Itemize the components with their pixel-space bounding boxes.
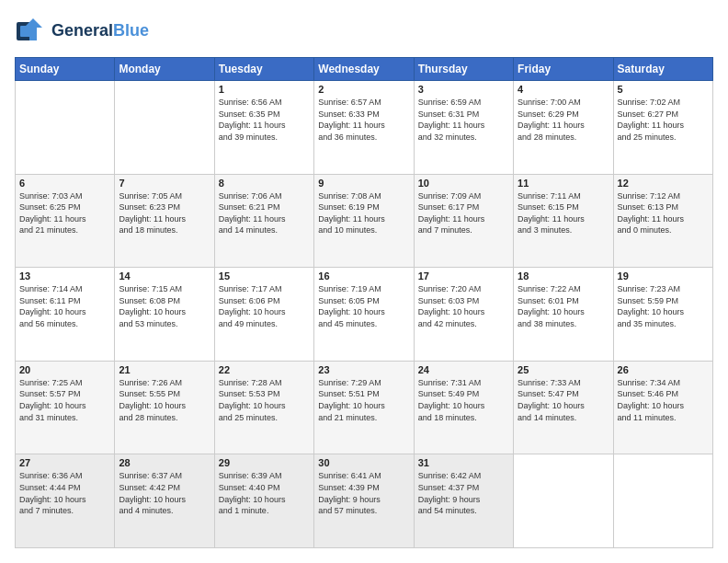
day-cell: 12Sunrise: 7:12 AM Sunset: 6:13 PM Dayli… xyxy=(613,174,712,268)
day-cell: 28Sunrise: 6:37 AM Sunset: 4:42 PM Dayli… xyxy=(115,454,214,548)
day-number: 12 xyxy=(618,178,709,189)
logo-text-line1: GeneralBlue xyxy=(51,22,149,40)
day-info: Sunrise: 7:31 AM Sunset: 5:49 PM Dayligh… xyxy=(418,377,509,423)
day-number: 19 xyxy=(618,270,709,282)
day-number: 9 xyxy=(318,178,409,189)
day-cell: 21Sunrise: 7:26 AM Sunset: 5:55 PM Dayli… xyxy=(115,361,214,454)
weekday-header-saturday: Saturday xyxy=(613,58,712,81)
weekday-header-wednesday: Wednesday xyxy=(314,58,414,81)
weekday-header-row: SundayMondayTuesdayWednesdayThursdayFrid… xyxy=(16,58,713,81)
day-number: 13 xyxy=(19,270,110,282)
day-cell: 25Sunrise: 7:33 AM Sunset: 5:47 PM Dayli… xyxy=(514,361,613,454)
day-info: Sunrise: 7:19 AM Sunset: 6:05 PM Dayligh… xyxy=(318,283,409,329)
day-cell: 13Sunrise: 7:14 AM Sunset: 6:11 PM Dayli… xyxy=(16,268,115,362)
logo: GeneralBlue xyxy=(15,15,149,48)
day-number: 26 xyxy=(618,364,709,375)
week-row-1: 1Sunrise: 6:56 AM Sunset: 6:35 PM Daylig… xyxy=(16,81,713,175)
day-number: 10 xyxy=(418,178,509,189)
header: GeneralBlue xyxy=(15,15,713,48)
day-number: 8 xyxy=(219,178,310,189)
calendar: SundayMondayTuesdayWednesdayThursdayFrid… xyxy=(15,57,713,548)
day-info: Sunrise: 6:41 AM Sunset: 4:39 PM Dayligh… xyxy=(318,470,409,516)
day-number: 1 xyxy=(219,84,310,95)
day-info: Sunrise: 7:23 AM Sunset: 5:59 PM Dayligh… xyxy=(618,283,709,329)
day-number: 24 xyxy=(418,364,509,375)
day-cell: 5Sunrise: 7:02 AM Sunset: 6:27 PM Daylig… xyxy=(613,81,712,175)
week-row-5: 27Sunrise: 6:36 AM Sunset: 4:44 PM Dayli… xyxy=(16,454,713,548)
day-number: 20 xyxy=(19,364,110,375)
day-cell: 14Sunrise: 7:15 AM Sunset: 6:08 PM Dayli… xyxy=(115,268,214,362)
day-number: 14 xyxy=(119,270,210,282)
day-number: 6 xyxy=(19,178,110,189)
day-number: 2 xyxy=(318,84,409,95)
day-cell: 9Sunrise: 7:08 AM Sunset: 6:19 PM Daylig… xyxy=(314,174,414,268)
day-cell: 3Sunrise: 6:59 AM Sunset: 6:31 PM Daylig… xyxy=(414,81,513,175)
day-info: Sunrise: 7:28 AM Sunset: 5:53 PM Dayligh… xyxy=(219,377,310,423)
day-cell: 31Sunrise: 6:42 AM Sunset: 4:37 PM Dayli… xyxy=(414,454,513,548)
day-number: 16 xyxy=(318,270,409,282)
day-cell: 26Sunrise: 7:34 AM Sunset: 5:46 PM Dayli… xyxy=(613,361,712,454)
day-cell: 30Sunrise: 6:41 AM Sunset: 4:39 PM Dayli… xyxy=(314,454,414,548)
day-cell: 18Sunrise: 7:22 AM Sunset: 6:01 PM Dayli… xyxy=(514,268,613,362)
day-number: 3 xyxy=(418,84,509,95)
week-row-4: 20Sunrise: 7:25 AM Sunset: 5:57 PM Dayli… xyxy=(16,361,713,454)
day-info: Sunrise: 7:09 AM Sunset: 6:17 PM Dayligh… xyxy=(418,190,509,236)
day-info: Sunrise: 7:11 AM Sunset: 6:15 PM Dayligh… xyxy=(518,190,609,236)
day-number: 7 xyxy=(119,178,210,189)
weekday-header-thursday: Thursday xyxy=(414,58,513,81)
day-info: Sunrise: 6:59 AM Sunset: 6:31 PM Dayligh… xyxy=(418,97,509,143)
day-number: 5 xyxy=(618,84,709,95)
day-cell: 1Sunrise: 6:56 AM Sunset: 6:35 PM Daylig… xyxy=(214,81,313,175)
day-number: 31 xyxy=(418,457,509,468)
day-cell: 2Sunrise: 6:57 AM Sunset: 6:33 PM Daylig… xyxy=(314,81,414,175)
day-info: Sunrise: 7:02 AM Sunset: 6:27 PM Dayligh… xyxy=(618,97,709,143)
day-cell: 16Sunrise: 7:19 AM Sunset: 6:05 PM Dayli… xyxy=(314,268,414,362)
day-cell: 4Sunrise: 7:00 AM Sunset: 6:29 PM Daylig… xyxy=(514,81,613,175)
day-info: Sunrise: 6:36 AM Sunset: 4:44 PM Dayligh… xyxy=(19,470,110,516)
day-cell xyxy=(115,81,214,175)
day-cell: 8Sunrise: 7:06 AM Sunset: 6:21 PM Daylig… xyxy=(214,174,313,268)
day-info: Sunrise: 7:33 AM Sunset: 5:47 PM Dayligh… xyxy=(518,377,609,423)
day-info: Sunrise: 7:29 AM Sunset: 5:51 PM Dayligh… xyxy=(318,377,409,423)
day-info: Sunrise: 6:57 AM Sunset: 6:33 PM Dayligh… xyxy=(318,97,409,143)
weekday-header-monday: Monday xyxy=(115,58,214,81)
day-cell: 27Sunrise: 6:36 AM Sunset: 4:44 PM Dayli… xyxy=(16,454,115,548)
day-info: Sunrise: 7:20 AM Sunset: 6:03 PM Dayligh… xyxy=(418,283,509,329)
day-cell: 11Sunrise: 7:11 AM Sunset: 6:15 PM Dayli… xyxy=(514,174,613,268)
day-info: Sunrise: 7:03 AM Sunset: 6:25 PM Dayligh… xyxy=(19,190,110,236)
day-number: 23 xyxy=(318,364,409,375)
day-number: 30 xyxy=(318,457,409,468)
day-number: 28 xyxy=(119,457,210,468)
day-cell: 17Sunrise: 7:20 AM Sunset: 6:03 PM Dayli… xyxy=(414,268,513,362)
day-cell: 20Sunrise: 7:25 AM Sunset: 5:57 PM Dayli… xyxy=(16,361,115,454)
day-number: 17 xyxy=(418,270,509,282)
day-cell: 15Sunrise: 7:17 AM Sunset: 6:06 PM Dayli… xyxy=(214,268,313,362)
day-info: Sunrise: 6:39 AM Sunset: 4:40 PM Dayligh… xyxy=(219,470,310,516)
day-info: Sunrise: 7:15 AM Sunset: 6:08 PM Dayligh… xyxy=(119,283,210,329)
day-cell: 24Sunrise: 7:31 AM Sunset: 5:49 PM Dayli… xyxy=(414,361,513,454)
day-cell: 29Sunrise: 6:39 AM Sunset: 4:40 PM Dayli… xyxy=(214,454,313,548)
day-number: 29 xyxy=(219,457,310,468)
day-info: Sunrise: 7:08 AM Sunset: 6:19 PM Dayligh… xyxy=(318,190,409,236)
day-info: Sunrise: 6:42 AM Sunset: 4:37 PM Dayligh… xyxy=(418,470,509,516)
day-cell: 7Sunrise: 7:05 AM Sunset: 6:23 PM Daylig… xyxy=(115,174,214,268)
day-info: Sunrise: 7:25 AM Sunset: 5:57 PM Dayligh… xyxy=(19,377,110,423)
day-cell: 22Sunrise: 7:28 AM Sunset: 5:53 PM Dayli… xyxy=(214,361,313,454)
day-number: 18 xyxy=(518,270,609,282)
week-row-3: 13Sunrise: 7:14 AM Sunset: 6:11 PM Dayli… xyxy=(16,268,713,362)
day-number: 15 xyxy=(219,270,310,282)
day-info: Sunrise: 7:12 AM Sunset: 6:13 PM Dayligh… xyxy=(618,190,709,236)
day-info: Sunrise: 7:34 AM Sunset: 5:46 PM Dayligh… xyxy=(618,377,709,423)
day-cell: 23Sunrise: 7:29 AM Sunset: 5:51 PM Dayli… xyxy=(314,361,414,454)
day-info: Sunrise: 7:05 AM Sunset: 6:23 PM Dayligh… xyxy=(119,190,210,236)
day-cell xyxy=(16,81,115,175)
day-info: Sunrise: 6:56 AM Sunset: 6:35 PM Dayligh… xyxy=(219,97,310,143)
day-number: 4 xyxy=(518,84,609,95)
day-info: Sunrise: 6:37 AM Sunset: 4:42 PM Dayligh… xyxy=(119,470,210,516)
page: GeneralBlue SundayMondayTuesdayWednesday… xyxy=(0,0,728,563)
day-cell: 10Sunrise: 7:09 AM Sunset: 6:17 PM Dayli… xyxy=(414,174,513,268)
day-number: 25 xyxy=(518,364,609,375)
day-number: 21 xyxy=(119,364,210,375)
day-cell xyxy=(613,454,712,548)
day-number: 22 xyxy=(219,364,310,375)
